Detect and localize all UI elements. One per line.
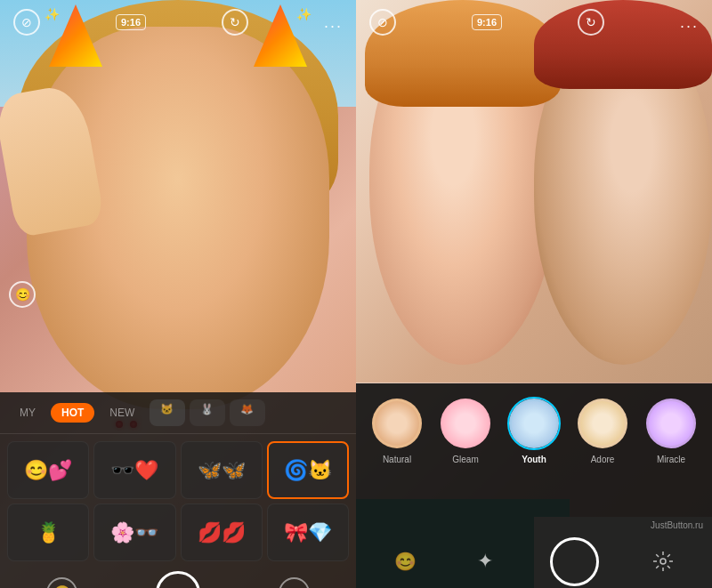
flash-icon-symbol-right: ⊘: [377, 15, 388, 29]
capture-button-left[interactable]: [156, 571, 200, 589]
rotate-button[interactable]: ↺: [279, 577, 310, 588]
filter-label-miracle: Miracle: [657, 455, 685, 464]
flash-icon-symbol: ⊘: [21, 15, 32, 29]
beauty-panel: Natural Gleam Youth: [356, 383, 712, 588]
capture-button-right[interactable]: [550, 537, 599, 586]
filter-preview-adore: [578, 399, 627, 448]
top-controls-right: ⊘ 9:16 ↻ ...: [356, 0, 712, 44]
sparkle-icon-right[interactable]: ✦: [470, 546, 501, 577]
filter-natural[interactable]: Natural: [370, 397, 424, 464]
filter-circle-natural: [370, 397, 424, 450]
filter-label-gleam: Gleam: [452, 455, 478, 464]
sticker-8[interactable]: 🎀💎: [267, 503, 349, 561]
sticker-6[interactable]: 🌸👓: [93, 503, 175, 561]
filter-preview-youth: [509, 399, 559, 448]
left-face-emoji-icon[interactable]: 😊: [9, 281, 36, 308]
filter-label-youth: Youth: [522, 455, 546, 464]
rotate-camera-icon[interactable]: ↻: [222, 9, 248, 36]
tab-fox[interactable]: 🦊: [230, 399, 265, 426]
rotate-camera-icon-right[interactable]: ↻: [578, 9, 604, 36]
filter-circle-adore: [576, 397, 629, 450]
left-camera-panel: ✨ ✨ ⊘ 9:16 ↻ ... 😊 MY HOT NEW 🐱 🐰 🦊: [0, 0, 356, 588]
filter-preview-natural: [372, 399, 422, 448]
tab-cat[interactable]: 🐱: [150, 399, 185, 426]
sticker-7[interactable]: 💋💋: [181, 503, 263, 561]
rotate-symbol: ↻: [230, 15, 240, 29]
watermark: JustButton.ru: [651, 520, 703, 530]
filter-circle-youth: [507, 397, 561, 450]
filter-adore[interactable]: Adore: [576, 397, 629, 464]
sticker-1[interactable]: 😊💕: [7, 441, 89, 499]
emoji-icon-right[interactable]: 😊: [390, 546, 421, 577]
tab-new[interactable]: NEW: [99, 403, 145, 423]
tab-hot[interactable]: HOT: [51, 403, 94, 423]
face-icon: 😊: [9, 281, 36, 308]
sticker-3[interactable]: 🦋🦋: [181, 441, 263, 499]
tab-my[interactable]: MY: [9, 403, 46, 423]
more-menu-right[interactable]: ...: [680, 13, 699, 32]
filter-youth[interactable]: Youth: [507, 397, 561, 464]
top-controls-left: ⊘ 9:16 ↻ ...: [0, 0, 356, 44]
sticker-grid: 😊💕 🕶️❤️ 🦋🦋 🌀🐱 🍍 🌸👓 💋💋 🎀💎: [0, 434, 356, 568]
ratio-badge-left[interactable]: 9:16: [116, 14, 146, 30]
effects-icon-right[interactable]: [648, 546, 679, 577]
tab-rabbit[interactable]: 🐰: [190, 399, 225, 426]
filter-preview-gleam: [441, 399, 490, 448]
right-camera-panel: ⊘ 9:16 ↻ ... JustButton.ru Natural: [356, 0, 712, 588]
svg-point-0: [660, 559, 666, 564]
filter-label-adore: Adore: [591, 455, 615, 464]
filter-label-natural: Natural: [383, 455, 411, 464]
bottom-bar-left: 😊 ↺: [0, 568, 356, 588]
emoji-button[interactable]: 😊: [46, 577, 77, 588]
filter-panel-left: MY HOT NEW 🐱 🐰 🦊 😊💕 🕶️❤️ 🦋🦋 🌀🐱 🍍: [0, 392, 356, 588]
filter-tabs: MY HOT NEW 🐱 🐰 🦊: [0, 392, 356, 434]
filter-preview-miracle: [646, 399, 696, 448]
filter-miracle[interactable]: Miracle: [644, 397, 698, 464]
flash-icon[interactable]: ⊘: [13, 9, 40, 36]
filter-circles-row: Natural Gleam Youth: [356, 383, 712, 469]
sticker-2[interactable]: 🕶️❤️: [93, 441, 175, 499]
beauty-bottom-bar: 😊 ✦: [356, 535, 712, 588]
filter-circle-gleam: [439, 397, 492, 450]
filter-gleam[interactable]: Gleam: [439, 397, 492, 464]
sticker-4[interactable]: 🌀🐱: [267, 441, 349, 499]
sticker-5[interactable]: 🍍: [7, 503, 89, 561]
flash-icon-right[interactable]: ⊘: [369, 9, 396, 36]
rotate-symbol-right: ↻: [586, 15, 596, 29]
filter-circle-miracle: [644, 397, 698, 450]
ratio-badge-right[interactable]: 9:16: [472, 14, 502, 30]
more-menu-left[interactable]: ...: [324, 13, 343, 32]
